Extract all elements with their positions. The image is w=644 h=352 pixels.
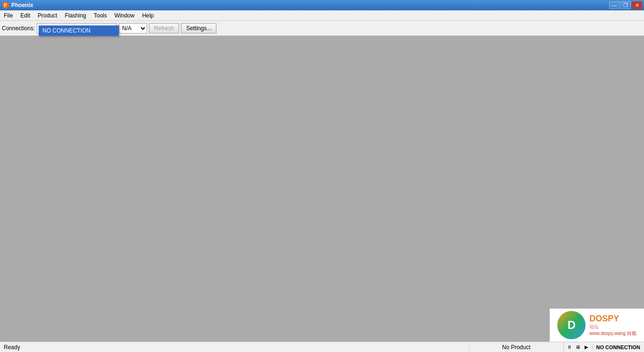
watermark-brand: DOSPY (589, 314, 636, 324)
status-icons: ⏸ 🖥 ▶ (564, 344, 592, 351)
title-text: Phoenix (11, 2, 33, 8)
svg-text:P: P (4, 3, 7, 8)
connection-dropdown: NO CONNECTION (39, 25, 119, 36)
menu-edit[interactable]: Edit (17, 10, 34, 20)
minimize-button[interactable]: — (609, 1, 619, 9)
title-bar-left: P Phoenix (2, 1, 33, 9)
watermark: D DOSPY 论坛 www.dospy.wang 转载 (550, 309, 644, 342)
title-controls: — ❐ ✕ (609, 1, 642, 9)
menu-tools[interactable]: Tools (90, 10, 111, 20)
restore-button[interactable]: ❐ (620, 1, 631, 9)
arrow-icon: ▶ (583, 344, 590, 351)
refresh-button[interactable]: Refresh (149, 23, 179, 34)
menu-product[interactable]: Product (34, 10, 61, 20)
menu-help[interactable]: Help (138, 10, 157, 20)
dropdown-no-connection[interactable]: NO CONNECTION (40, 26, 118, 35)
port-select[interactable]: N/A (119, 23, 147, 34)
main-content (0, 36, 644, 342)
status-bar: Ready No Product ⏸ 🖥 ▶ NO CONNECTION (0, 342, 644, 352)
menu-bar: File Edit Product Flashing Tools Window … (0, 10, 644, 21)
pause-icon: ⏸ (566, 344, 573, 351)
close-button[interactable]: ✕ (632, 1, 642, 9)
watermark-sub2: www.dospy.wang 转载 (589, 330, 636, 337)
status-product: No Product (469, 344, 563, 351)
status-ready: Ready (0, 344, 469, 351)
status-connection: NO CONNECTION (592, 344, 644, 350)
connections-label: Connections: (2, 25, 35, 32)
menu-window[interactable]: Window (111, 10, 139, 20)
menu-flashing[interactable]: Flashing (61, 10, 90, 20)
title-bar: P Phoenix — ❐ ✕ (0, 0, 644, 10)
monitor-icon: 🖥 (574, 344, 582, 351)
watermark-logo: D (557, 311, 586, 339)
menu-file[interactable]: File (0, 10, 17, 20)
phoenix-icon: P (2, 1, 9, 9)
watermark-text: DOSPY 论坛 www.dospy.wang 转载 (589, 314, 636, 337)
status-right: ⏸ 🖥 ▶ NO CONNECTION (563, 342, 644, 352)
settings-button[interactable]: Settings... (181, 23, 216, 34)
watermark-sub1: 论坛 (589, 324, 636, 330)
